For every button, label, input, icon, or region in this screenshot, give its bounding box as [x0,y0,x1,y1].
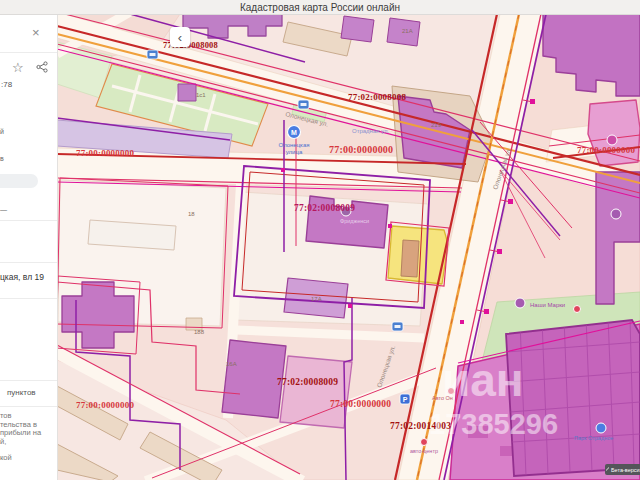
description-fragment: тов тельства в прибыли на й, кой [0,412,41,463]
route-badge-icon [298,100,309,109]
text-fragment: — [0,206,7,213]
metro-station-icon[interactable]: М [288,126,301,139]
cadastral-quarter-label[interactable]: 77:02:0008009 [277,377,338,387]
divider [0,52,57,53]
beta-version-label: Бета-версия [611,467,640,473]
page-title: Кадастровая карта России онлайн [240,2,400,13]
house-number-label: 188 [194,329,205,335]
svg-text:17385296: 17385296 [429,408,558,440]
info-line: пунктов [7,388,36,397]
poi-label[interactable]: Олонецкая [279,142,310,148]
map-canvas[interactable]: М P 77:02:000800877:02:000800877:00:0000… [0,0,640,480]
route-badge-icon [147,50,158,59]
cadastral-quarter-label[interactable]: 77:00:0000000 [577,145,635,155]
cadastral-quarter-label[interactable]: 77:00:0000000 [329,144,393,155]
description-line: й, [0,438,41,447]
text-fragment: в [0,155,4,162]
house-number-label: 21А [402,28,413,34]
divider [0,406,57,407]
poi-label[interactable]: авто-центр [410,448,438,454]
poi-label[interactable]: Парк Отрадное [574,435,613,441]
cadastral-quarter-label[interactable]: 77:02:0008009 [294,203,355,213]
cadastral-quarter-label[interactable]: 77:00:0000000 [76,400,134,410]
poi-label[interactable]: Фридженси [340,218,369,224]
poi-label[interactable]: Отрадная ул. [352,128,390,134]
address-fragment: цкая, вл 19 [0,272,44,282]
house-number-label: 1с1 [196,92,206,98]
beta-version-badge: Бета-версия [605,464,640,475]
text-fragment: й [0,128,4,135]
divider [0,262,57,263]
browser-title-bar: Кадастровая карта России онлайн [0,0,640,15]
house-number-label: 17А [311,296,322,302]
parking-icon[interactable]: P [400,394,410,404]
svg-text:P: P [403,396,408,403]
cadastral-number-fragment: :78 [1,80,12,89]
favorite-star-icon[interactable]: ☆ [12,60,24,75]
cadastral-quarter-label[interactable]: 77:00:0000000 [330,399,391,409]
parcel-info-panel: × ☆ :78 й в — цкая, вл 19 пунктов тов те… [0,14,58,480]
share-icon[interactable] [36,61,48,73]
house-number-label: 219 [431,122,442,128]
collapse-panel-button[interactable]: ‹ [170,27,190,47]
description-line: прибыли на [0,429,41,438]
cadastral-quarter-label[interactable]: 77:02:0008008 [348,92,406,102]
house-number-label: 18 [188,211,195,217]
divider [0,298,57,299]
poi-label[interactable]: улица [286,149,303,155]
close-icon[interactable]: × [32,26,40,39]
divider [0,220,57,221]
panel-button[interactable] [0,174,38,188]
poi-label[interactable]: Наши Марки [530,302,565,308]
cadastral-quarter-label[interactable]: 77:00:0000000 [76,148,134,158]
svg-text:М: М [291,129,297,136]
divider [0,380,57,381]
svg-text:иан: иан [442,354,524,406]
route-badge-icon [392,322,403,331]
house-number-label: 16А [226,361,237,367]
description-line: кой [0,454,41,463]
